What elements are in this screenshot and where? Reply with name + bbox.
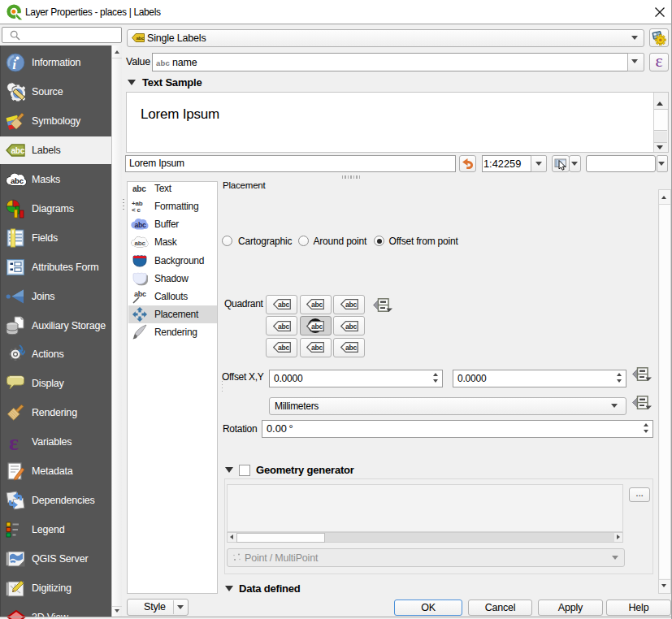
svg-text:abc: abc: [345, 301, 358, 309]
svg-text:abc: abc: [11, 146, 25, 155]
svg-text:abc: abc: [278, 301, 290, 309]
svg-text:abc: abc: [278, 344, 290, 352]
svg-text:abc: abc: [345, 344, 358, 352]
svg-text:abc: abc: [11, 175, 24, 184]
svg-text:abc: abc: [311, 322, 323, 331]
svg-text:abc: abc: [311, 344, 323, 352]
svg-text:< c: < c: [132, 206, 141, 214]
svg-text:abc: abc: [345, 322, 358, 331]
svg-text:abc: abc: [278, 322, 290, 331]
svg-text:abc: abc: [136, 36, 145, 41]
svg-text:abc: abc: [135, 221, 147, 229]
svg-text:abc: abc: [132, 184, 146, 193]
svg-text:abc: abc: [134, 290, 146, 298]
svg-text:ε: ε: [9, 432, 19, 452]
svg-text:abc: abc: [135, 240, 146, 247]
svg-text:i: i: [12, 57, 16, 72]
svg-text:abc: abc: [311, 301, 323, 309]
